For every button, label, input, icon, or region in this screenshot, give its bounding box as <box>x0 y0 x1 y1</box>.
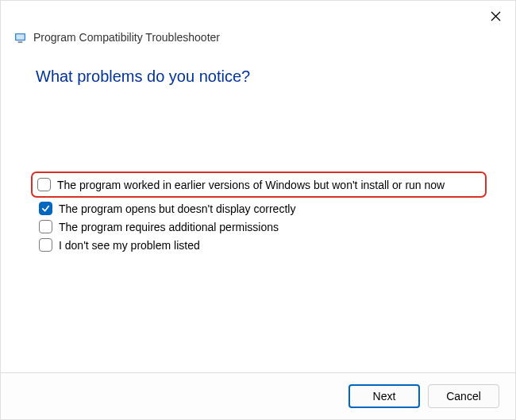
option-not-listed[interactable]: I don't see my problem listed <box>36 236 480 254</box>
checkbox-permissions[interactable] <box>39 220 52 233</box>
troubleshooter-icon <box>14 32 26 44</box>
close-button[interactable] <box>487 8 503 24</box>
dialog-title: Program Compatibility Troubleshooter <box>33 31 220 44</box>
cancel-button[interactable]: Cancel <box>428 384 499 408</box>
option-label: The program opens but doesn't display co… <box>59 202 295 215</box>
checkbox-earlier-versions[interactable] <box>37 178 51 191</box>
dialog-content: What problems do you notice? The program… <box>1 44 515 372</box>
svg-rect-4 <box>18 41 23 43</box>
option-permissions[interactable]: The program requires additional permissi… <box>36 218 480 236</box>
option-label: The program requires additional permissi… <box>59 221 279 233</box>
option-display-incorrect[interactable]: The program opens but doesn't display co… <box>36 199 480 218</box>
options-group: The program worked in earlier versions o… <box>36 171 480 254</box>
checkmark-icon <box>41 204 50 213</box>
dialog-footer: Next Cancel <box>1 372 515 419</box>
question-heading: What problems do you notice? <box>36 67 480 86</box>
checkbox-display-incorrect[interactable] <box>39 202 52 215</box>
dialog-header: Program Compatibility Troubleshooter <box>1 1 515 44</box>
checkbox-not-listed[interactable] <box>39 238 52 252</box>
close-icon <box>491 11 501 21</box>
next-button[interactable]: Next <box>348 384 420 408</box>
option-label: I don't see my problem listed <box>59 239 200 252</box>
option-earlier-versions[interactable]: The program worked in earlier versions o… <box>31 171 487 198</box>
option-label: The program worked in earlier versions o… <box>57 179 445 191</box>
troubleshooter-dialog: Program Compatibility Troubleshooter Wha… <box>0 0 516 420</box>
svg-rect-3 <box>16 34 24 40</box>
